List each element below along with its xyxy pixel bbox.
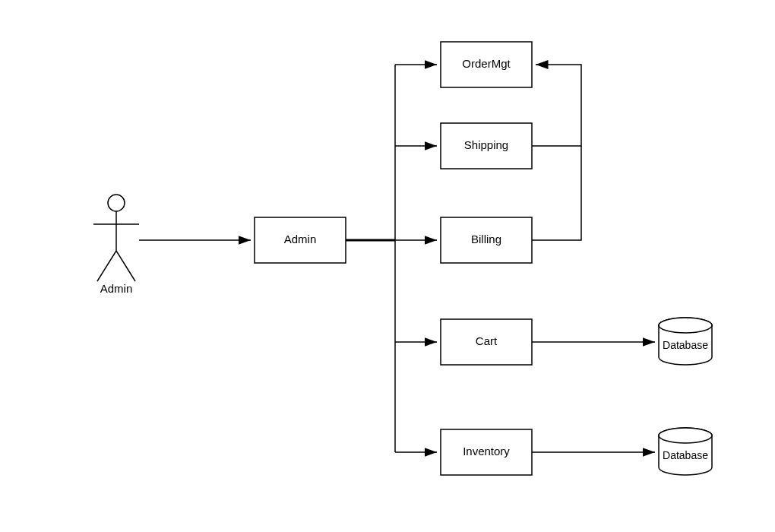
box-cart-label: Cart: [476, 334, 498, 347]
database-cart: Database: [659, 318, 712, 365]
actor-admin: Admin: [93, 195, 139, 295]
box-inventory-label: Inventory: [463, 445, 510, 458]
svg-line-3: [97, 251, 116, 281]
svg-point-14: [659, 428, 712, 443]
svg-line-4: [116, 251, 135, 281]
box-ordermgt: OrderMgt: [441, 42, 532, 87]
actor-label: Admin: [100, 282, 133, 295]
database-cart-label: Database: [663, 339, 708, 351]
box-inventory: Inventory: [441, 429, 532, 475]
database-inventory: Database: [659, 428, 712, 475]
box-cart: Cart: [441, 319, 532, 365]
box-shipping: Shipping: [441, 123, 532, 169]
database-inventory-label: Database: [663, 449, 708, 461]
box-shipping-label: Shipping: [464, 138, 508, 151]
svg-point-0: [108, 195, 125, 211]
box-billing: Billing: [441, 217, 532, 263]
connector-shipping-ordermgt: [532, 65, 581, 146]
svg-point-12: [659, 318, 712, 333]
box-admin: Admin: [255, 217, 346, 263]
diagram-canvas: Admin Admin OrderMgt Shipping Billing Ca…: [0, 0, 775, 532]
box-ordermgt-label: OrderMgt: [462, 57, 511, 70]
connector-billing-up: [532, 146, 581, 240]
box-admin-label: Admin: [284, 233, 317, 245]
box-billing-label: Billing: [471, 233, 501, 245]
